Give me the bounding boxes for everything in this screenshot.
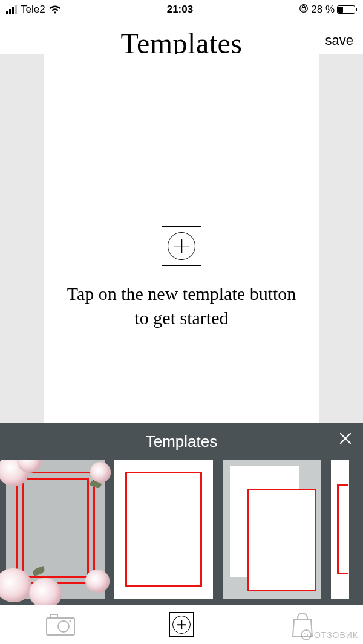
svg-rect-1: [302, 7, 306, 10]
editor-canvas-area: Tap on the new template button to get st…: [0, 54, 363, 423]
signal-icon: [6, 5, 17, 14]
camera-button[interactable]: [44, 610, 77, 639]
template-thumbnail[interactable]: [6, 460, 105, 599]
carrier-label: Tele2: [21, 4, 45, 16]
battery-percent: 28 %: [311, 4, 335, 16]
editor-canvas[interactable]: Tap on the new template button to get st…: [44, 54, 319, 423]
canvas-hint-text: Tap on the new template button to get st…: [60, 282, 302, 331]
template-thumbnail[interactable]: [114, 460, 213, 599]
template-thumbnail[interactable]: [331, 460, 349, 599]
close-button[interactable]: [339, 432, 352, 449]
orientation-lock-icon: [299, 4, 309, 16]
plus-icon: [168, 232, 195, 260]
svg-point-5: [70, 620, 71, 622]
plus-box-icon: [169, 612, 194, 637]
template-strip[interactable]: [0, 460, 363, 605]
clock: 21:03: [167, 4, 193, 16]
add-template-button[interactable]: [165, 610, 198, 639]
template-thumbnail[interactable]: [223, 460, 321, 599]
close-icon: [339, 432, 352, 445]
templates-drawer: Templates: [0, 423, 363, 605]
status-right: 28 %: [299, 4, 357, 16]
app-header: Templates save: [0, 19, 363, 54]
watermark: ООТЗОВИК: [301, 629, 358, 640]
svg-point-4: [58, 621, 69, 632]
drawer-header: Templates: [0, 423, 363, 460]
drawer-title: Templates: [146, 432, 218, 451]
wifi-icon: [49, 5, 61, 15]
save-button[interactable]: save: [325, 33, 353, 48]
camera-icon: [45, 613, 76, 636]
new-template-button[interactable]: [162, 226, 201, 266]
status-bar: Tele2 21:03 28 %: [0, 0, 363, 19]
battery-icon: [337, 5, 357, 14]
page-title: Templates: [120, 27, 242, 55]
status-left: Tele2: [6, 4, 61, 16]
